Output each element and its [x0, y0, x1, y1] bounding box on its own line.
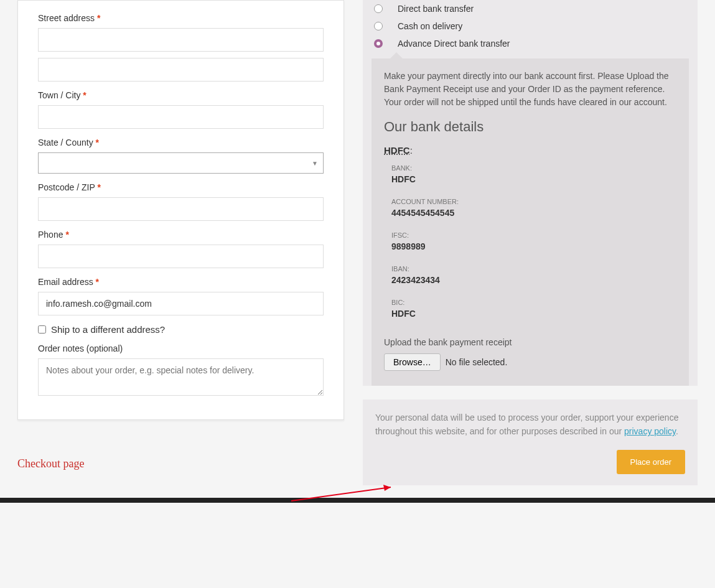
radio-icon	[374, 22, 383, 30]
bank-field-value: 2423423434	[391, 275, 676, 285]
checkout-page-caption: Checkout page	[17, 457, 344, 470]
upload-receipt-label: Upload the bank payment receipt	[384, 337, 676, 347]
browse-button[interactable]: Browse…	[384, 353, 441, 371]
svg-marker-1	[383, 485, 391, 491]
payment-option-advance-bank[interactable]: Advance Direct bank transfer	[363, 35, 698, 52]
postcode-label: Postcode / ZIP *	[38, 182, 324, 192]
radio-icon	[374, 39, 383, 48]
email-input[interactable]	[38, 292, 324, 315]
payment-option-label: Cash on delivery	[398, 21, 462, 31]
bank-field-value: 4454545454545	[391, 208, 676, 218]
bank-field-key: ACCOUNT NUMBER:	[391, 198, 676, 205]
bank-details-heading: Our bank details	[384, 119, 676, 135]
footer-bar	[0, 498, 715, 503]
payment-detail-panel: Make your payment directly into our bank…	[372, 58, 689, 386]
email-label: Email address *	[38, 277, 324, 287]
bank-field-key: IFSC:	[391, 231, 676, 239]
street-address-input-2[interactable]	[38, 58, 324, 82]
payment-description: Make your payment directly into our bank…	[384, 70, 676, 109]
town-city-label: Town / City *	[38, 90, 324, 100]
order-notes-textarea[interactable]	[38, 358, 324, 396]
privacy-text: Your personal data will be used to proce…	[375, 411, 685, 439]
bank-field-value: HDFC	[391, 309, 676, 319]
phone-label: Phone *	[38, 230, 324, 240]
bank-field-value: 9898989	[391, 241, 676, 251]
privacy-and-order-box: Your personal data will be used to proce…	[363, 399, 698, 485]
street-address-label: Street address *	[38, 13, 324, 23]
bank-details-list: BANK: HDFC ACCOUNT NUMBER: 4454545454545…	[384, 164, 676, 319]
payment-option-label: Direct bank transfer	[398, 4, 474, 14]
town-city-input[interactable]	[38, 105, 324, 129]
bank-primary-name: HDFC:	[384, 145, 676, 156]
payment-option-cod[interactable]: Cash on delivery	[363, 17, 698, 35]
privacy-policy-link[interactable]: privacy policy	[624, 426, 676, 436]
place-order-button[interactable]: Place order	[617, 450, 685, 474]
billing-form: Street address * Town / City * State / C…	[17, 0, 344, 420]
bank-field-value: HDFC	[391, 174, 676, 184]
radio-icon	[374, 4, 383, 13]
payment-methods-box: Direct bank transfer Cash on delivery Ad…	[363, 0, 698, 386]
bank-field-key: BANK:	[391, 164, 676, 172]
file-selected-status: No file selected.	[446, 357, 508, 367]
order-notes-label: Order notes (optional)	[38, 343, 324, 353]
chevron-down-icon: ▼	[312, 160, 318, 167]
state-county-label: State / County *	[38, 138, 324, 147]
ship-different-label: Ship to a different address?	[51, 324, 165, 335]
bank-field-key: BIC:	[391, 299, 676, 306]
ship-different-checkbox[interactable]	[38, 325, 46, 334]
payment-option-label: Advance Direct bank transfer	[398, 39, 510, 49]
bank-field-key: IBAN:	[391, 265, 676, 273]
phone-input[interactable]	[38, 245, 324, 268]
postcode-input[interactable]	[38, 197, 324, 221]
street-address-input-1[interactable]	[38, 28, 324, 52]
state-county-select[interactable]: ▼	[38, 152, 324, 174]
payment-option-direct-bank[interactable]: Direct bank transfer	[363, 0, 698, 17]
